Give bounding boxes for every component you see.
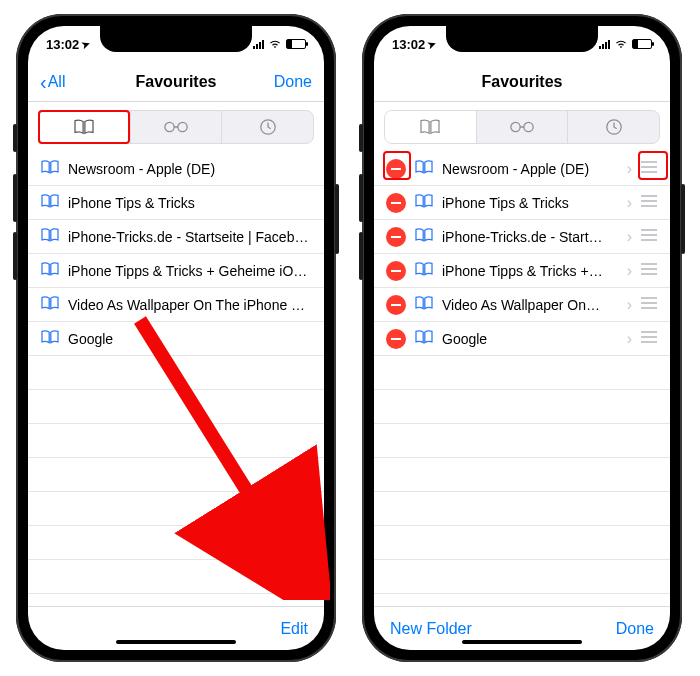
delete-control[interactable]	[386, 329, 406, 349]
bookmark-row-edit[interactable]: Google›	[374, 322, 670, 356]
empty-row	[374, 594, 670, 606]
phone-right: 13:02 ➤ Favourites	[362, 14, 682, 662]
chevron-right-icon: ›	[627, 160, 632, 178]
battery-icon	[632, 39, 652, 49]
battery-icon	[286, 39, 306, 49]
phone-left: 13:02 ➤ ‹ All Favouri	[16, 14, 336, 662]
book-open-icon	[419, 118, 441, 136]
status-time: 13:02	[46, 37, 79, 52]
tab-bookmarks[interactable]	[385, 111, 476, 143]
done-button[interactable]: Done	[616, 620, 654, 638]
tab-history[interactable]	[567, 111, 659, 143]
back-label: All	[48, 73, 66, 91]
location-icon: ➤	[81, 37, 92, 50]
svg-point-0	[165, 122, 174, 131]
empty-row	[374, 390, 670, 424]
glasses-icon	[163, 120, 189, 134]
empty-row	[374, 356, 670, 390]
page-title: Favourites	[136, 73, 217, 91]
bookmark-title: iPhone Tipps & Tricks +…	[442, 263, 619, 279]
bookmark-row-edit[interactable]: Newsroom - Apple (DE)›	[374, 152, 670, 186]
home-indicator[interactable]	[462, 640, 582, 644]
bookmark-row-edit[interactable]: iPhone Tipps & Tricks +…›	[374, 254, 670, 288]
wifi-icon	[268, 37, 282, 52]
bookmark-list-edit: Newsroom - Apple (DE)›iPhone Tips & Tric…	[374, 152, 670, 606]
empty-row	[28, 458, 324, 492]
chevron-right-icon: ›	[627, 330, 632, 348]
bookmark-title: Newsroom - Apple (DE)	[68, 161, 312, 177]
bookmark-icon	[40, 193, 60, 212]
book-open-icon	[73, 118, 95, 136]
edit-button[interactable]: Edit	[280, 620, 308, 638]
empty-row	[28, 492, 324, 526]
svg-point-3	[511, 122, 520, 131]
drag-handle[interactable]	[640, 262, 658, 279]
cellular-icon	[599, 40, 610, 49]
bookmark-icon	[414, 193, 434, 212]
bookmark-row[interactable]: Google	[28, 322, 324, 356]
chevron-right-icon: ›	[627, 296, 632, 314]
tab-reading-list[interactable]	[476, 111, 568, 143]
tab-bookmarks[interactable]	[39, 111, 130, 143]
bookmark-row[interactable]: Video As Wallpaper On The iPhone Lo…	[28, 288, 324, 322]
chevron-right-icon: ›	[627, 262, 632, 280]
empty-row	[28, 594, 324, 606]
location-icon: ➤	[427, 37, 438, 50]
cellular-icon	[253, 40, 264, 49]
empty-row	[28, 560, 324, 594]
bookmark-title: Video As Wallpaper On The iPhone Lo…	[68, 297, 312, 313]
bookmark-icon	[40, 159, 60, 178]
drag-handle[interactable]	[640, 160, 658, 177]
clock-icon	[605, 118, 623, 136]
bookmark-row-edit[interactable]: Video As Wallpaper On…›	[374, 288, 670, 322]
delete-control[interactable]	[386, 227, 406, 247]
empty-row	[374, 458, 670, 492]
bookmark-row[interactable]: iPhone Tips & Tricks	[28, 186, 324, 220]
bookmark-icon	[414, 159, 434, 178]
empty-row	[28, 356, 324, 390]
bookmark-title: iPhone Tips & Tricks	[442, 195, 619, 211]
bookmark-row[interactable]: iPhone Tipps & Tricks + Geheime iOS…	[28, 254, 324, 288]
svg-point-4	[524, 122, 533, 131]
done-button[interactable]: Done	[274, 73, 312, 91]
empty-row	[374, 560, 670, 594]
delete-control[interactable]	[386, 295, 406, 315]
drag-handle[interactable]	[640, 330, 658, 347]
drag-handle[interactable]	[640, 228, 658, 245]
home-indicator[interactable]	[116, 640, 236, 644]
delete-control[interactable]	[386, 193, 406, 213]
bookmark-row[interactable]: iPhone-Tricks.de - Startseite | Facebo…	[28, 220, 324, 254]
bookmark-icon	[40, 227, 60, 246]
chevron-right-icon: ›	[627, 228, 632, 246]
clock-icon	[259, 118, 277, 136]
bookmark-icon	[414, 261, 434, 280]
bookmark-title: Video As Wallpaper On…	[442, 297, 619, 313]
bookmark-title: Google	[68, 331, 312, 347]
empty-row	[28, 526, 324, 560]
status-time: 13:02	[392, 37, 425, 52]
bookmark-title: iPhone-Tricks.de - Start…	[442, 229, 619, 245]
bookmark-row-edit[interactable]: iPhone Tips & Tricks›	[374, 186, 670, 220]
tab-reading-list[interactable]	[130, 111, 222, 143]
delete-control[interactable]	[386, 261, 406, 281]
tab-history[interactable]	[221, 111, 313, 143]
new-folder-button[interactable]: New Folder	[390, 620, 472, 638]
svg-point-1	[178, 122, 187, 131]
empty-row	[28, 424, 324, 458]
delete-control[interactable]	[386, 159, 406, 179]
bookmark-title: iPhone Tips & Tricks	[68, 195, 312, 211]
empty-row	[374, 492, 670, 526]
segmented-control	[38, 110, 314, 144]
segmented-control	[384, 110, 660, 144]
bookmark-icon	[414, 227, 434, 246]
glasses-icon	[509, 120, 535, 134]
bookmark-row[interactable]: Newsroom - Apple (DE)	[28, 152, 324, 186]
bookmark-icon	[414, 295, 434, 314]
bookmark-row-edit[interactable]: iPhone-Tricks.de - Start…›	[374, 220, 670, 254]
drag-handle[interactable]	[640, 194, 658, 211]
back-button[interactable]: ‹ All	[40, 72, 110, 92]
drag-handle[interactable]	[640, 296, 658, 313]
bookmark-title: Newsroom - Apple (DE)	[442, 161, 619, 177]
bookmark-icon	[414, 329, 434, 348]
bookmark-icon	[40, 295, 60, 314]
